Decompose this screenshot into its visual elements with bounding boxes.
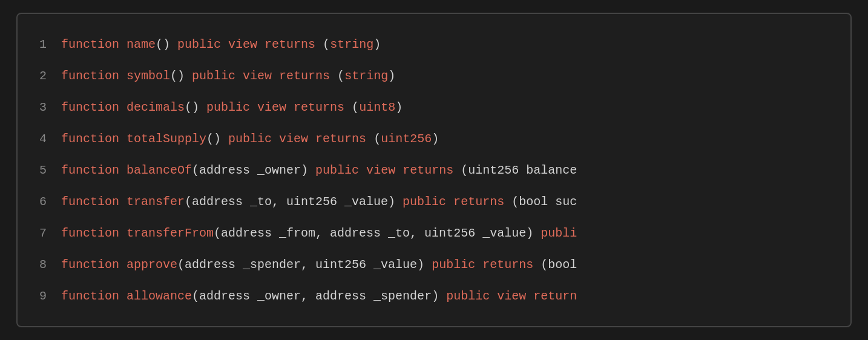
keyword-token: function [61, 226, 119, 240]
plain-token: ( [344, 100, 359, 114]
plain-token: (address _owner) [192, 163, 315, 177]
line-number: 4 [37, 123, 61, 154]
modifier-token: public returns [403, 195, 504, 209]
plain-token: ) [395, 100, 403, 114]
plain-token: (bool suc [504, 195, 577, 209]
plain-token: ( [315, 38, 330, 51]
plain-token: (bool [533, 258, 577, 272]
function-name-token: balanceOf [127, 163, 192, 177]
plain-token [119, 195, 127, 209]
line-number: 7 [37, 217, 61, 249]
function-name-token: decimals [127, 100, 185, 114]
plain-token: ( [366, 132, 381, 146]
code-line-content: function symbol() public view returns (s… [61, 60, 831, 91]
modifier-token: public view returns [206, 100, 344, 114]
line-number: 2 [37, 60, 61, 91]
plain-token [119, 38, 127, 51]
modifier-token: public view return [446, 289, 577, 303]
plain-token [119, 258, 127, 272]
modifier-token: public returns [432, 258, 533, 272]
plain-token [119, 132, 127, 146]
modifier-token: public view returns [228, 132, 366, 146]
line-number: 9 [37, 280, 61, 312]
line-number: 5 [37, 154, 61, 186]
function-name-token: totalSupply [127, 132, 206, 146]
table-row: 9function allowance(address _owner, addr… [37, 280, 831, 312]
function-name-token: allowance [127, 289, 192, 303]
line-number: 8 [37, 249, 61, 280]
plain-token: (address _owner, address _spender) [192, 289, 446, 303]
line-number: 6 [37, 186, 61, 217]
keyword-token: function [61, 289, 119, 303]
function-name-token: transferFrom [127, 226, 214, 240]
plain-token [119, 289, 127, 303]
plain-token: ) [388, 69, 395, 83]
modifier-token: string [344, 69, 388, 83]
table-row: 2function symbol() public view returns (… [37, 60, 831, 91]
modifier-token: uint256 [381, 132, 432, 146]
keyword-token: function [61, 69, 119, 83]
function-name-token: transfer [127, 195, 185, 209]
table-row: 3function decimals() public view returns… [37, 91, 831, 123]
plain-token: () [185, 100, 206, 114]
plain-token: (address _spender, uint256 _value) [177, 258, 432, 272]
table-row: 5function balanceOf(address _owner) publ… [37, 154, 831, 186]
function-name-token: symbol [127, 69, 170, 83]
plain-token: (address _from, address _to, uint256 _va… [214, 226, 541, 240]
plain-token: ) [432, 132, 439, 146]
keyword-token: function [61, 258, 119, 272]
keyword-token: function [61, 132, 119, 146]
line-number: 3 [37, 91, 61, 123]
keyword-token: function [61, 195, 119, 209]
plain-token [119, 163, 127, 177]
code-line-content: function allowance(address _owner, addre… [61, 280, 831, 312]
modifier-token: publi [541, 226, 577, 240]
table-row: 6function transfer(address _to, uint256 … [37, 186, 831, 217]
code-block: 1function name() public view returns (st… [16, 13, 852, 327]
plain-token: () [170, 69, 192, 83]
code-line-content: function totalSupply() public view retur… [61, 123, 831, 154]
function-name-token: approve [127, 258, 177, 272]
plain-token: (uint256 balance [453, 163, 577, 177]
plain-token: (address _to, uint256 _value) [185, 195, 403, 209]
code-line-content: function approve(address _spender, uint2… [61, 249, 831, 280]
modifier-token: public view returns [315, 163, 453, 177]
code-line-content: function name() public view returns (str… [61, 28, 831, 60]
code-line-content: function transferFrom(address _from, add… [61, 217, 831, 249]
line-number: 1 [37, 28, 61, 60]
plain-token [119, 69, 127, 83]
modifier-token: string [330, 38, 373, 51]
code-line-content: function decimals() public view returns … [61, 91, 831, 123]
table-row: 1function name() public view returns (st… [37, 28, 831, 60]
plain-token: ( [330, 69, 344, 83]
plain-token [119, 226, 127, 240]
plain-token: () [156, 38, 177, 51]
table-row: 8function approve(address _spender, uint… [37, 249, 831, 280]
function-name-token: name [127, 38, 156, 51]
modifier-token: public view returns [192, 69, 330, 83]
modifier-token: public view returns [177, 38, 315, 51]
plain-token [119, 100, 127, 114]
plain-token: ) [373, 38, 381, 51]
modifier-token: uint8 [359, 100, 395, 114]
code-line-content: function transfer(address _to, uint256 _… [61, 186, 831, 217]
keyword-token: function [61, 38, 119, 51]
code-line-content: function balanceOf(address _owner) publi… [61, 154, 831, 186]
keyword-token: function [61, 163, 119, 177]
code-table: 1function name() public view returns (st… [37, 28, 831, 312]
keyword-token: function [61, 100, 119, 114]
table-row: 4function totalSupply() public view retu… [37, 123, 831, 154]
plain-token: () [206, 132, 228, 146]
table-row: 7function transferFrom(address _from, ad… [37, 217, 831, 249]
